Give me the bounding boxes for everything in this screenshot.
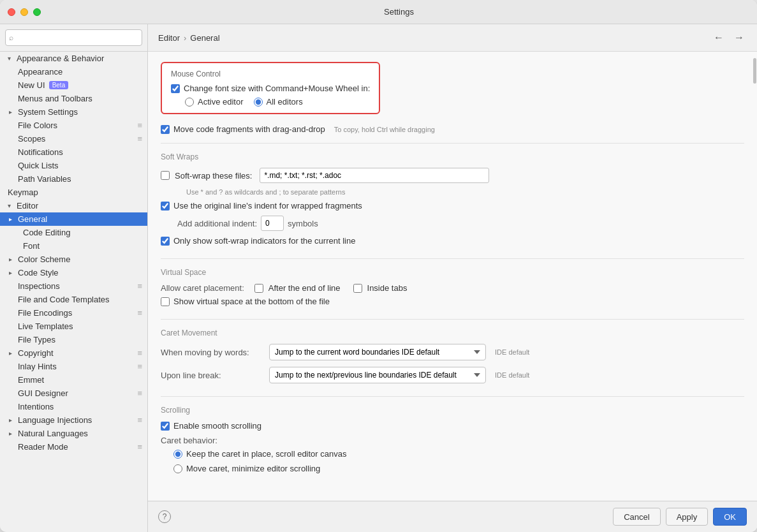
close-button[interactable] — [8, 8, 15, 16]
apply-button[interactable]: Apply — [666, 508, 709, 526]
show-virtual-space-checkbox[interactable] — [161, 297, 170, 306]
file-pattern-input[interactable] — [260, 168, 489, 183]
active-editor-radio[interactable] — [185, 98, 194, 107]
sidebar-item-live-templates[interactable]: Live Templates — [0, 320, 147, 333]
sidebar-item-label: Keymap — [8, 188, 38, 197]
sidebar-item-emmet[interactable]: Emmet — [0, 373, 147, 387]
divider-2 — [161, 258, 744, 259]
move-caret-label: Move caret, minimize editor scrolling — [186, 464, 320, 473]
add-indent-input[interactable] — [261, 216, 284, 231]
moving-by-words-select[interactable]: Jump to the current word boundaries IDE … — [269, 344, 486, 360]
line-break-select[interactable]: Jump to the next/previous line boundarie… — [269, 367, 486, 383]
sidebar-item-font[interactable]: Font — [0, 239, 147, 253]
sidebar-item-keymap[interactable]: Keymap — [0, 186, 147, 199]
sidebar-item-file-code-templates[interactable]: File and Code Templates — [0, 293, 147, 306]
soft-wrap-checkbox[interactable] — [161, 171, 170, 180]
sidebar-item-inspections[interactable]: Inspections ≡ — [0, 279, 147, 293]
sidebar-list: ▾ Appearance & Behavior Appearance New U… — [0, 52, 147, 532]
divider-3 — [161, 319, 744, 320]
sidebar-item-label: System Settings — [18, 107, 78, 117]
sidebar-item-system-settings[interactable]: ▸ System Settings — [0, 105, 147, 119]
help-button[interactable]: ? — [158, 510, 171, 523]
inside-tabs-checkbox[interactable] — [353, 284, 362, 293]
cancel-button[interactable]: Cancel — [613, 508, 660, 526]
soft-wrap-indicator-checkbox[interactable] — [161, 237, 170, 246]
panel-body: Mouse Control Change font size with Comm… — [148, 52, 757, 496]
chevron-down-icon: ▾ — [8, 55, 14, 62]
minimize-button[interactable] — [20, 8, 28, 16]
breadcrumb: Editor › General — [158, 33, 220, 43]
keep-caret-radio[interactable] — [173, 450, 182, 459]
footer-right: Cancel Apply OK — [613, 508, 747, 526]
sidebar-item-label: Menus and Toolbars — [18, 94, 92, 103]
active-editor-label: Active editor — [198, 97, 244, 107]
move-caret-radio[interactable] — [173, 464, 182, 473]
soft-wraps-section: Soft Wraps Soft-wrap these files: Use * … — [161, 152, 744, 246]
sidebar-item-appearance-behavior[interactable]: ▾ Appearance & Behavior — [0, 52, 147, 65]
sidebar-item-color-scheme[interactable]: ▸ Color Scheme — [0, 253, 147, 266]
soft-wrap-files-row: Soft-wrap these files: — [161, 168, 744, 183]
sidebar-item-scopes[interactable]: Scopes ≡ — [0, 132, 147, 145]
search-input[interactable] — [5, 29, 142, 46]
drag-drop-checkbox[interactable] — [161, 125, 170, 134]
sidebar-item-label: File Encodings — [18, 308, 72, 318]
soft-wraps-title: Soft Wraps — [161, 152, 744, 161]
symbols-label: symbols — [288, 219, 318, 228]
sidebar-item-intentions[interactable]: Intentions — [0, 400, 147, 413]
sidebar-item-file-types[interactable]: File Types — [0, 333, 147, 346]
moving-by-words-label: When moving by words: — [161, 348, 263, 357]
all-editors-radio[interactable] — [254, 98, 263, 107]
nav-forward-button[interactable]: → — [731, 31, 747, 45]
sidebar-item-label: File Types — [18, 335, 55, 344]
ok-button[interactable]: OK — [713, 508, 747, 526]
right-scrollbar[interactable] — [752, 52, 757, 501]
sidebar-item-label: Appearance & Behavior — [17, 54, 104, 63]
search-box: ⌕ — [0, 24, 147, 52]
sidebar-item-file-encodings[interactable]: File Encodings ≡ — [0, 306, 147, 320]
search-icon: ⌕ — [9, 33, 13, 42]
sidebar-item-language-injections[interactable]: ▸ Language Injections ≡ — [0, 413, 147, 427]
sidebar-item-quick-lists[interactable]: Quick Lists — [0, 159, 147, 172]
show-virtual-space-row: Show virtual space at the bottom of the … — [161, 297, 744, 306]
chevron-right-icon: ▸ — [9, 417, 15, 424]
sidebar-item-natural-languages[interactable]: ▸ Natural Languages — [0, 427, 147, 440]
smooth-scroll-checkbox[interactable] — [161, 422, 170, 431]
sidebar-item-notifications[interactable]: Notifications — [0, 145, 147, 159]
chevron-right-icon: ▸ — [9, 256, 15, 263]
after-end-checkbox[interactable] — [254, 284, 263, 293]
drag-drop-label: Move code fragments with drag-and-drop — [173, 124, 325, 134]
sidebar-item-menus-toolbars[interactable]: Menus and Toolbars — [0, 92, 147, 105]
sidebar-item-code-style[interactable]: ▸ Code Style — [0, 266, 147, 279]
sidebar-item-path-variables[interactable]: Path Variables — [0, 172, 147, 186]
drag-drop-row: Move code fragments with drag-and-drop T… — [161, 124, 744, 134]
font-size-checkbox[interactable] — [171, 84, 180, 93]
add-indent-label: Add additional indent: — [177, 219, 257, 228]
sidebar-item-label: File and Code Templates — [18, 295, 110, 304]
all-editors-radio-row: All editors — [254, 97, 303, 107]
sidebar-item-appearance[interactable]: Appearance — [0, 65, 147, 78]
sidebar-item-reader-mode[interactable]: Reader Mode ≡ — [0, 440, 147, 454]
sidebar-item-label: Natural Languages — [18, 429, 88, 438]
maximize-button[interactable] — [33, 8, 41, 16]
breadcrumb-current: General — [190, 33, 219, 43]
sidebar-item-label: Language Injections — [18, 415, 92, 425]
sidebar-item-copyright[interactable]: ▸ Copyright ≡ — [0, 346, 147, 360]
virtual-space-title: Virtual Space — [161, 268, 744, 277]
sidebar-item-editor[interactable]: ▾ Editor — [0, 199, 147, 212]
original-indent-checkbox[interactable] — [161, 202, 170, 211]
nav-back-button[interactable]: ← — [711, 31, 726, 45]
chevron-right-icon: ▸ — [9, 216, 15, 223]
breadcrumb-parent: Editor — [158, 33, 180, 43]
sidebar-item-general[interactable]: ▸ General — [0, 212, 147, 226]
sidebar-item-label: Notifications — [18, 147, 63, 157]
file-colors-indicator: ≡ — [137, 121, 142, 130]
divider-1 — [161, 143, 744, 144]
sidebar-item-new-ui[interactable]: New UI Beta — [0, 78, 147, 92]
traffic-lights — [8, 8, 41, 16]
sidebar-item-label: Inspections — [18, 281, 60, 291]
chevron-right-icon: ▸ — [9, 430, 15, 437]
sidebar-item-code-editing[interactable]: Code Editing — [0, 226, 147, 239]
sidebar-item-gui-designer[interactable]: GUI Designer ≡ — [0, 387, 147, 400]
sidebar-item-file-colors[interactable]: File Colors ≡ — [0, 119, 147, 132]
sidebar-item-inlay-hints[interactable]: Inlay Hints ≡ — [0, 360, 147, 373]
